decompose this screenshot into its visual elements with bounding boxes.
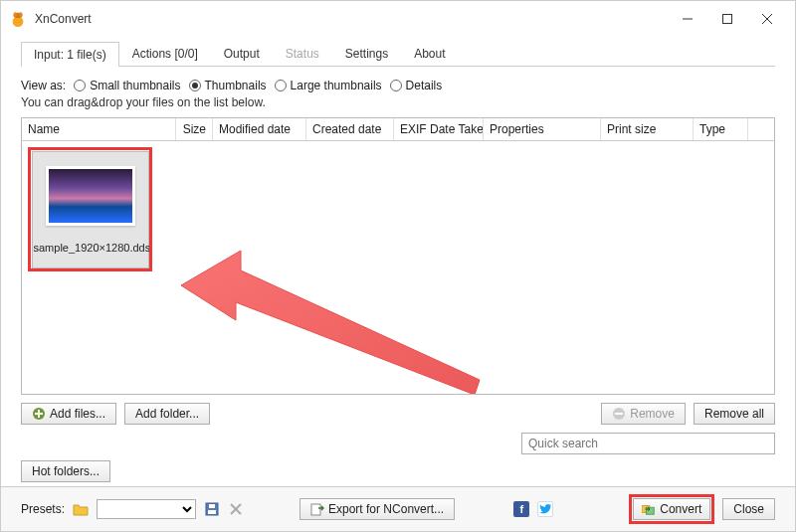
svg-point-2 [14,12,18,17]
thumbnail-filename: sample_1920×1280.dds [32,242,149,254]
thumbnail-inner: sample_1920×1280.dds [32,151,149,268]
twitter-icon[interactable] [537,501,553,517]
minimize-button[interactable] [668,5,707,33]
close-button-footer[interactable]: Close [722,498,775,520]
file-thumbnail[interactable]: sample_1920×1280.dds [28,147,152,271]
convert-highlight: Convert [629,494,714,524]
export-nconvert-button[interactable]: Export for NConvert... [299,498,455,520]
window-title: XnConvert [35,12,668,26]
titlebar: XnConvert [1,1,795,37]
col-type[interactable]: Type [694,118,748,140]
file-buttons-row: Add files... Add folder... Remove Remove… [21,403,775,425]
hotfolders-row: Hot folders... [21,460,775,482]
list-header: Name Size Modified date Created date EXI… [22,118,774,141]
tab-actions[interactable]: Actions [0/0] [119,41,211,66]
svg-rect-21 [647,507,655,514]
hot-folders-button[interactable]: Hot folders... [21,460,110,482]
tab-about[interactable]: About [401,41,458,66]
radio-thumbnails[interactable]: Thumbnails [189,79,267,92]
annotation-arrow [181,221,499,394]
file-list-panel: Name Size Modified date Created date EXI… [21,117,775,395]
presets-dropdown[interactable] [97,499,196,519]
convert-button[interactable]: Convert [633,498,710,520]
remove-button[interactable]: Remove [601,403,686,425]
app-window: XnConvert Input: 1 file(s) Actions [0/0]… [0,0,796,532]
tab-status: Status [273,41,332,66]
add-folder-button[interactable]: Add folder... [124,403,210,425]
col-properties[interactable]: Properties [484,118,601,140]
svg-marker-8 [181,251,480,394]
radio-details[interactable]: Details [390,79,443,92]
thumbnail-image [46,166,135,226]
add-files-button[interactable]: Add files... [21,403,116,425]
export-icon [310,502,324,516]
svg-point-3 [19,12,23,17]
radio-small-thumbnails[interactable]: Small thumbnails [74,79,180,92]
delete-preset-icon[interactable] [228,501,244,517]
view-as-label: View as: [21,79,66,92]
close-button[interactable] [747,5,787,33]
col-exif[interactable]: EXIF Date Taken [394,118,484,140]
convert-icon [642,502,656,516]
minus-icon [612,407,626,421]
plus-icon [32,407,46,421]
drag-hint: You can drag&drop your files on the list… [21,95,775,109]
remove-all-button[interactable]: Remove all [694,403,775,425]
search-row [21,433,775,454]
tab-settings[interactable]: Settings [332,41,401,66]
save-preset-icon[interactable] [204,501,220,517]
svg-rect-15 [208,510,216,514]
app-icon [9,10,27,28]
col-created[interactable]: Created date [306,118,394,140]
quick-search-input[interactable] [521,433,775,454]
tab-input[interactable]: Input: 1 file(s) [21,42,119,67]
folder-icon[interactable] [73,502,89,516]
col-name[interactable]: Name [22,118,176,140]
tab-bar: Input: 1 file(s) Actions [0/0] Output St… [21,41,775,67]
maximize-button[interactable] [707,5,747,33]
svg-rect-5 [723,15,732,24]
presets-label: Presets: [21,502,65,516]
svg-rect-16 [209,504,215,508]
facebook-icon[interactable]: f [513,501,529,517]
radio-large-thumbnails[interactable]: Large thumbnails [275,79,382,92]
footer-bar: Presets: Export for NConvert... f Conver… [1,486,795,531]
list-body[interactable]: sample_1920×1280.dds [22,141,774,394]
svg-rect-19 [311,504,320,515]
content-area: Input: 1 file(s) Actions [0/0] Output St… [1,37,795,486]
view-as-row: View as: Small thumbnails Thumbnails Lar… [21,79,775,92]
tab-output[interactable]: Output [211,41,273,66]
col-modified[interactable]: Modified date [213,118,306,140]
col-printsize[interactable]: Print size [601,118,694,140]
col-size[interactable]: Size [176,118,213,140]
